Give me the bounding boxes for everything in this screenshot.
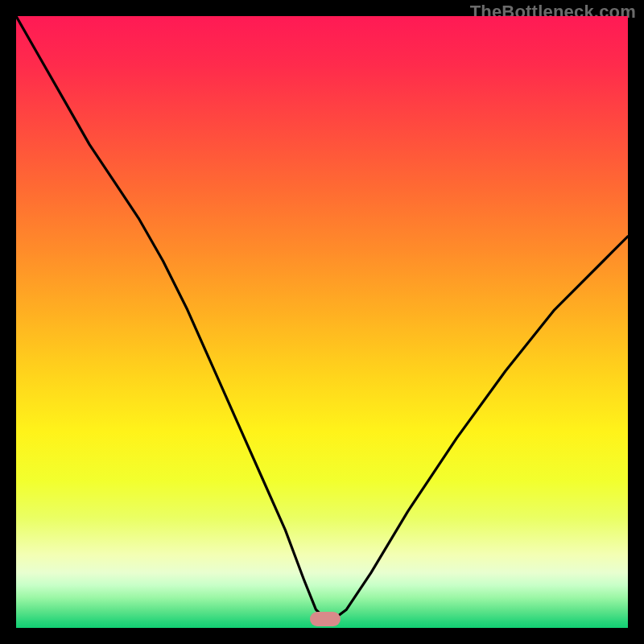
optimal-marker [310, 612, 341, 626]
bottleneck-curve [16, 16, 628, 628]
plot-area [16, 16, 628, 628]
chart-frame: TheBottleneck.com [0, 0, 644, 644]
